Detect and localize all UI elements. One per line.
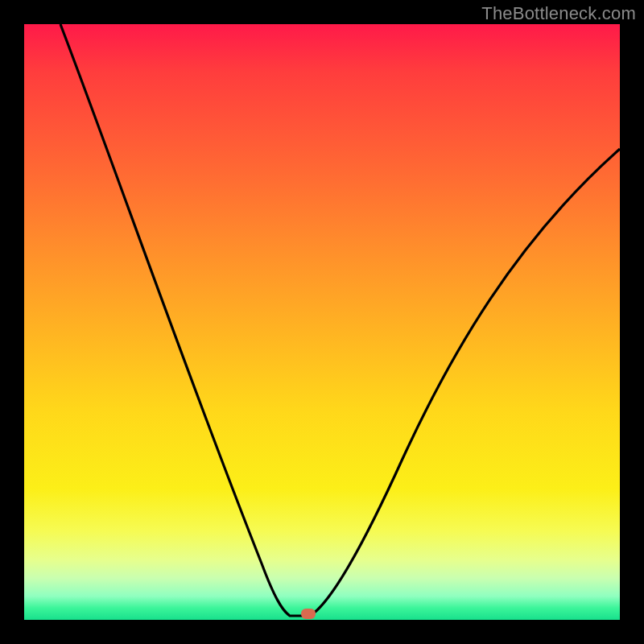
plot-area [24, 24, 620, 620]
minimum-marker [301, 609, 316, 619]
bottleneck-curve [24, 24, 620, 620]
curve-right-branch [310, 149, 620, 616]
curve-left-branch [60, 24, 310, 616]
watermark-text: TheBottleneck.com [481, 3, 636, 24]
